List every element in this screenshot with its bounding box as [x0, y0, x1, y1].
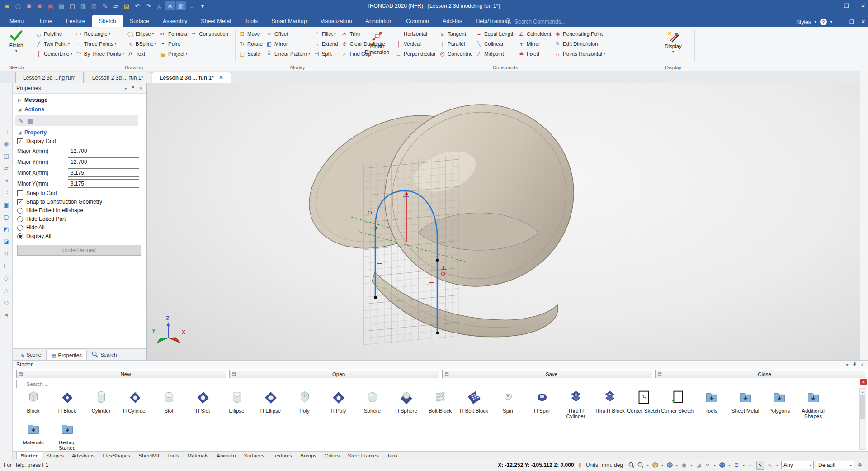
render-style-icon[interactable] [651, 461, 659, 469]
expand-icon[interactable]: ▷ [18, 98, 21, 102]
chevron-down-icon[interactable]: ▾ [604, 52, 605, 56]
close-document-icon[interactable]: ▣ [24, 1, 34, 10]
snap-to-construction-geometry-checkbox[interactable]: ✓Snap to Construction Geometry [13, 196, 146, 205]
minor-x-mm--input[interactable]: 3.175 [68, 168, 139, 177]
tab-surface[interactable]: Surface [123, 15, 156, 27]
display-button[interactable]: Display ▾ [654, 29, 693, 64]
catalog-tab-animatn[interactable]: Animatn [212, 452, 240, 459]
edit-sketch-icon[interactable]: ✎ [100, 1, 110, 10]
catalog-item-additional-shapes[interactable]: Additional Shapes [796, 388, 830, 419]
chevron-down-icon[interactable]: ▾ [155, 42, 157, 46]
catalog-tab-steel-frames[interactable]: Steel Frames [344, 452, 382, 459]
display-dropdown[interactable]: ▾ [727, 461, 731, 469]
open-folder-icon[interactable]: ▨ [122, 1, 132, 10]
shaded-view-icon[interactable] [666, 461, 673, 469]
camera-dropdown[interactable]: ▾ [689, 461, 693, 469]
section-property[interactable]: ◢ Property [13, 126, 146, 136]
display-dropdown-icon[interactable]: ▾ [672, 50, 674, 54]
minimize-icon[interactable]: – [829, 3, 832, 9]
construction-button[interactable]: ╍Construction [189, 29, 230, 39]
tab-menu[interactable]: Menu [3, 15, 30, 27]
hide-edited-part-radio[interactable]: Hide Edited Part [13, 214, 146, 222]
display-all-radio[interactable]: Display All [13, 231, 146, 239]
chevron-down-icon[interactable]: ▾ [152, 32, 154, 36]
configuration-dropdown[interactable]: Default▾ [816, 461, 854, 469]
catalog-pin-icon[interactable] [853, 362, 857, 368]
spin-view-tool-icon[interactable]: ↻ [4, 251, 9, 257]
select-cursor-small-icon[interactable]: ↖ [766, 461, 774, 469]
layer-dropdown[interactable]: ▾ [742, 461, 745, 469]
catalog-tab-colors[interactable]: Colors [321, 452, 344, 459]
catalog-tab-starter[interactable]: Starter [16, 452, 42, 459]
stereo-dropdown[interactable]: ▾ [713, 461, 717, 469]
catalog-item-polygons[interactable]: Polygons [762, 388, 796, 419]
tangent-button[interactable]: ⌀Tangent [437, 29, 474, 39]
catalog-item-spin[interactable]: Spin [491, 388, 525, 419]
select-dropdown[interactable]: ▾ [775, 461, 779, 469]
catalog-item-bolt-block[interactable]: Bolt Block [423, 388, 457, 419]
doc-restore-icon[interactable]: ❐ [849, 19, 854, 25]
catalog-item-h-spin[interactable]: H Spin [525, 388, 559, 419]
catalog-tab-materials[interactable]: Materials [184, 452, 213, 459]
styles-button[interactable]: Styles [796, 19, 811, 25]
edit-grid-action-icon[interactable]: ✎ [18, 117, 24, 124]
ellipse-button[interactable]: ◯Ellipse▾ [125, 29, 158, 39]
tab-scene[interactable]: ◮Scene [15, 349, 46, 360]
catalog-item-poly[interactable]: Poly [288, 388, 321, 419]
collapse-icon[interactable]: ◢ [18, 107, 21, 112]
wireframe-cube-tool-icon[interactable]: ▢ [3, 214, 9, 220]
tab-properties[interactable]: ▤Properties [46, 350, 87, 360]
catalog-save-button[interactable]: ▤Save [442, 370, 652, 378]
chevron-down-icon[interactable]: ▾ [308, 52, 310, 56]
display-cube-icon[interactable] [718, 461, 726, 469]
catalog-tab-flexshapes[interactable]: FlexShapes [99, 452, 135, 459]
scene-config-icon[interactable]: ❖ [856, 461, 863, 469]
coincident-button[interactable]: ∠Coincident [516, 29, 552, 39]
export-document-icon[interactable]: ▣ [46, 1, 56, 10]
display-grid-checkbox[interactable]: ✓Display Grid [13, 136, 146, 144]
catalog-dropdown-icon[interactable]: ▾ [846, 362, 849, 367]
rotate-button[interactable]: ↻Rotate [237, 39, 264, 49]
major-x-mm--input[interactable]: 12.700 [68, 147, 139, 155]
scale-button[interactable]: ◱Scale [237, 49, 264, 59]
stereo-view-icon[interactable]: ∞ [704, 461, 711, 469]
linear-pattern-button[interactable]: ⠿Linear Pattern▾ [264, 49, 311, 59]
catalog-tab-textures[interactable]: Textures [269, 452, 296, 459]
collapse-icon[interactable]: ◢ [18, 130, 21, 135]
mirror-button[interactable]: ·|·Mirror [516, 39, 552, 49]
parallel-button[interactable]: ∥Parallel [437, 39, 474, 49]
walk-camera-icon[interactable]: ◉ [680, 461, 688, 469]
open-file-icon[interactable]: ▤ [67, 1, 77, 10]
translucent-cube-tool-icon[interactable]: ◪ [3, 238, 9, 244]
catalog-item-corner-sketch[interactable]: Corner Sketch [660, 388, 694, 419]
select-cursor-icon[interactable]: ↖ [756, 461, 764, 470]
model-front-disc[interactable] [361, 83, 597, 311]
redo-icon[interactable]: ↷ [143, 1, 153, 10]
catalog-scrollbar[interactable]: ▲ [859, 388, 866, 450]
tab-smart-markup[interactable]: Smart Markup [264, 15, 314, 27]
mirror-button[interactable]: ◧Mirror [264, 39, 311, 49]
catalog-tab-surfaces[interactable]: Surfaces [240, 452, 268, 459]
catalog-open-button[interactable]: ▤Open [229, 370, 439, 378]
text-button[interactable]: AText [125, 49, 158, 59]
catalog-item-tools[interactable]: Tools [694, 388, 728, 419]
scene-browser-icon[interactable]: ≡ [187, 1, 197, 10]
catalog-item-block[interactable]: Block [16, 388, 50, 419]
fillet-button[interactable]: ◜Fillet▾ [311, 29, 340, 39]
project-button[interactable]: ▤Project▾ [158, 49, 189, 59]
document-tab[interactable]: Lesson 2 3d ... fun 1*✕ [152, 72, 231, 83]
catalog-tab-sheetmtl[interactable]: SheetMtl [134, 452, 163, 459]
tab-annotation[interactable]: Annotation [359, 15, 400, 27]
catalog-new-button[interactable]: ▤New [16, 370, 226, 378]
chevron-down-icon[interactable]: ▾ [71, 52, 72, 56]
major-y-mm--input[interactable]: 12.700 [68, 157, 139, 166]
bspline-button[interactable]: ∿BSpline▾ [125, 39, 158, 49]
formula-button[interactable]: XY=Formula [158, 29, 189, 39]
finish-button[interactable]: Finish ▾ [4, 29, 29, 64]
finish-dropdown-icon[interactable]: ▾ [15, 49, 17, 53]
styles-dropdown-icon[interactable]: ▾ [815, 20, 816, 24]
catalog-close-icon[interactable]: ✕ [861, 362, 864, 367]
selection-filter-dropdown[interactable]: Any▾ [781, 461, 814, 469]
smart-dimension-dropdown-icon[interactable]: ▾ [376, 55, 378, 59]
tab-common[interactable]: Common [399, 15, 436, 27]
